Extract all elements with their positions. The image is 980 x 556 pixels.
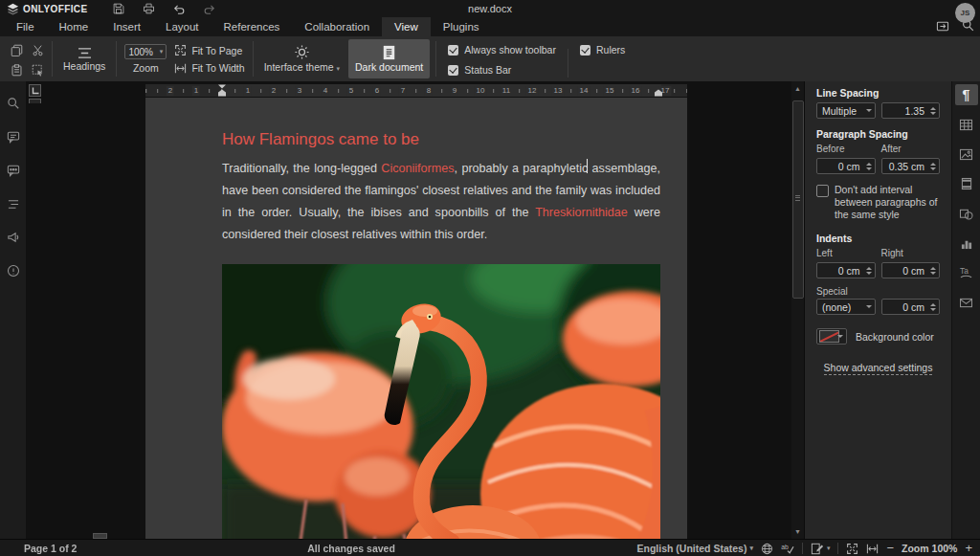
- tab-collaboration[interactable]: Collaboration: [292, 17, 382, 36]
- indent-left-spinner[interactable]: 0 cm: [816, 262, 876, 278]
- dark-document-icon: [382, 45, 396, 60]
- indent-left-value: 0 cm: [838, 265, 860, 277]
- ruler-number: 10: [475, 86, 487, 96]
- indent-selector[interactable]: [29, 99, 41, 103]
- ruler-number: 11: [501, 86, 512, 96]
- line-spacing-spinner[interactable]: 1.35: [881, 102, 940, 119]
- table-settings-icon[interactable]: [955, 114, 978, 135]
- ruler-number: 2: [270, 86, 278, 96]
- textart-settings-icon[interactable]: Ta: [955, 262, 978, 283]
- indent-right-spinner[interactable]: 0 cm: [881, 262, 941, 278]
- status-bar: Page 1 of 2 All changes saved English (U…: [0, 539, 980, 556]
- document-heading: How Flamingos came to be: [222, 130, 660, 149]
- zoom-value: 100%: [128, 47, 153, 57]
- find-icon[interactable]: [2, 93, 25, 114]
- fit-to-page-icon[interactable]: [846, 543, 858, 555]
- tab-layout[interactable]: Layout: [153, 17, 212, 36]
- first-line-indent-marker[interactable]: [218, 84, 227, 97]
- tab-plugins[interactable]: Plugins: [431, 17, 492, 36]
- vertical-scrollbar[interactable]: ▲ ▼: [791, 81, 804, 539]
- redo-button[interactable]: [202, 2, 217, 15]
- menu-tabs: FileHomeInsertLayoutReferencesCollaborat…: [4, 17, 492, 36]
- about-icon[interactable]: [2, 260, 25, 281]
- chat-icon[interactable]: [2, 160, 25, 181]
- checkbox-icon: [816, 185, 829, 197]
- comments-icon[interactable]: [2, 126, 25, 147]
- image-settings-icon[interactable]: [955, 144, 978, 165]
- select-all-button[interactable]: [29, 61, 46, 78]
- fit-to-page-button[interactable]: Fit To Page: [174, 44, 244, 56]
- tab-home[interactable]: Home: [47, 17, 101, 36]
- tab-view[interactable]: View: [382, 17, 431, 36]
- scrollbar-thumb[interactable]: [792, 100, 804, 299]
- undo-button[interactable]: [172, 2, 188, 15]
- fit-to-page-label: Fit To Page: [191, 45, 242, 56]
- scroll-down-icon[interactable]: ▼: [793, 527, 802, 536]
- onlyoffice-logo-icon: [7, 3, 19, 15]
- navigation-icon[interactable]: [2, 193, 25, 214]
- ruler-number: 7: [399, 86, 407, 96]
- shape-settings-icon[interactable]: [955, 203, 978, 224]
- checkbox-icon: [448, 45, 458, 56]
- status-bar-checkbox[interactable]: Status Bar: [448, 64, 556, 76]
- chevron-down-icon: ▾: [749, 545, 753, 552]
- no-interval-checkbox[interactable]: Don't add interval between paragraphs of…: [816, 184, 940, 221]
- special-amount-spinner[interactable]: 0 cm: [881, 299, 940, 315]
- no-interval-label: Don't add interval between paragraphs of…: [835, 184, 940, 221]
- background-color-picker[interactable]: [816, 328, 847, 345]
- link-threskiornithidae[interactable]: Threskiornithidae: [535, 206, 628, 219]
- right-indent-marker[interactable]: [655, 89, 663, 97]
- chart-settings-icon[interactable]: [955, 233, 978, 254]
- rulers-checkbox[interactable]: Rulers: [580, 44, 625, 56]
- tab-insert[interactable]: Insert: [100, 17, 153, 36]
- tab-stop-selector[interactable]: [29, 84, 41, 97]
- zoom-level-label[interactable]: Zoom 100%: [902, 543, 957, 554]
- open-file-location-icon[interactable]: [936, 20, 949, 32]
- zoom-out-button[interactable]: −: [886, 542, 894, 555]
- zoom-in-button[interactable]: +: [965, 542, 972, 555]
- fit-to-width-icon[interactable]: [866, 544, 879, 554]
- spell-check-icon[interactable]: ab: [781, 543, 794, 554]
- spacing-before-spinner[interactable]: 0 cm: [816, 158, 876, 174]
- track-changes-button[interactable]: ▾: [811, 543, 831, 555]
- menu-bar: FileHomeInsertLayoutReferencesCollaborat…: [0, 17, 980, 36]
- zoom-value-dropdown[interactable]: 100% ▾: [124, 44, 167, 59]
- fit-to-width-button[interactable]: Fit To Width: [174, 62, 244, 74]
- tab-references[interactable]: References: [212, 17, 293, 36]
- header-footer-settings-icon[interactable]: [955, 173, 978, 194]
- ruler-number: 2: [167, 86, 174, 96]
- link-ciconiiformes[interactable]: Ciconiiformes: [381, 162, 454, 175]
- spacing-after-value: 0.35 cm: [889, 161, 924, 172]
- page-count-label[interactable]: Page 1 of 2: [24, 540, 77, 556]
- special-dropdown[interactable]: (none): [816, 299, 876, 315]
- ruler-number: 15: [604, 86, 616, 96]
- tab-file[interactable]: File: [4, 17, 47, 36]
- scroll-up-icon[interactable]: ▲: [793, 84, 802, 93]
- horizontal-ruler[interactable]: 211234567891011121314151617: [145, 84, 687, 97]
- paste-button[interactable]: [8, 61, 25, 78]
- dark-document-button[interactable]: Dark document: [348, 39, 430, 78]
- language-selector[interactable]: English (United States) ▾: [636, 543, 752, 554]
- save-button[interactable]: [111, 2, 126, 15]
- app-name: ONLYOFFICE: [23, 4, 88, 14]
- interface-theme-button[interactable]: Interface theme ▾: [257, 36, 346, 81]
- feedback-icon[interactable]: [2, 227, 25, 248]
- paragraph-settings-icon[interactable]: ¶: [955, 84, 978, 105]
- mail-merge-settings-icon[interactable]: [955, 292, 978, 313]
- copy-button[interactable]: [8, 41, 25, 58]
- set-language-icon[interactable]: [761, 543, 773, 555]
- print-button[interactable]: [142, 2, 157, 15]
- indent-right-label: Right: [881, 248, 941, 258]
- headings-button[interactable]: Headings: [56, 36, 112, 81]
- save-status-label: All changes saved: [307, 540, 395, 556]
- flamingo-image[interactable]: [222, 264, 660, 539]
- spacing-after-spinner[interactable]: 0.35 cm: [881, 158, 941, 174]
- always-show-toolbar-checkbox[interactable]: Always show toolbar: [448, 44, 556, 56]
- cut-button[interactable]: [29, 41, 46, 58]
- show-advanced-settings-link[interactable]: Show advanced settings: [816, 362, 940, 373]
- avatar[interactable]: JS: [955, 3, 975, 23]
- line-spacing-dropdown[interactable]: Multiple: [816, 102, 876, 119]
- document-page[interactable]: How Flamingos came to be Traditionally, …: [145, 98, 687, 539]
- ruler-number: 5: [347, 86, 355, 96]
- fit-to-width-icon: [174, 63, 187, 74]
